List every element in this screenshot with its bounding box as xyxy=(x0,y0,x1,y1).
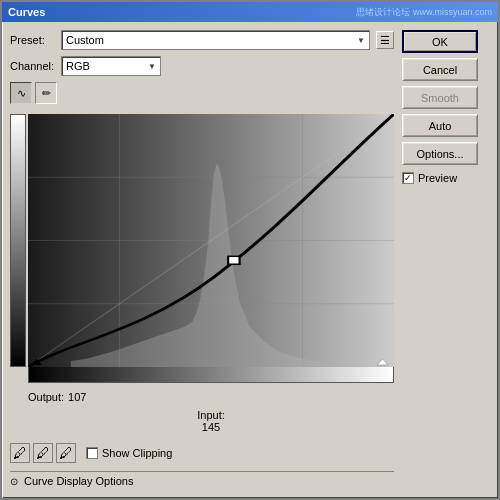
channel-select[interactable]: RGB ▼ xyxy=(61,56,161,76)
input-value: 145 xyxy=(28,421,394,433)
title-watermark: 思绪设计论坛 www.missyuan.com xyxy=(356,6,492,19)
cancel-button[interactable]: Cancel xyxy=(402,58,478,81)
window-title: Curves xyxy=(8,6,45,18)
options-button[interactable]: Options... xyxy=(402,142,478,165)
curves-dialog: Curves 思绪设计论坛 www.missyuan.com Preset: C… xyxy=(0,0,500,500)
output-value: 107 xyxy=(68,391,86,403)
white-eyedropper[interactable]: 🖊 xyxy=(56,443,76,463)
x-gradient-bar xyxy=(28,367,394,383)
smooth-button[interactable]: Smooth xyxy=(402,86,478,109)
gray-eyedropper[interactable]: 🖊 xyxy=(33,443,53,463)
bottom-controls: 🖊 🖊 🖊 Show Clipping xyxy=(10,443,394,463)
output-label: Output: xyxy=(28,391,64,403)
preset-label: Preset: xyxy=(10,34,55,46)
curve-display-label: Curve Display Options xyxy=(24,475,133,487)
right-panel: OK Cancel Smooth Auto Options... ✓ Previ… xyxy=(402,30,490,490)
preview-row: ✓ Preview xyxy=(402,172,490,184)
svg-rect-9 xyxy=(228,256,239,264)
pencil-tool-button[interactable]: ✏ xyxy=(35,82,57,104)
preview-label: Preview xyxy=(418,172,457,184)
channel-row: Channel: RGB ▼ xyxy=(10,56,394,76)
channel-arrow: ▼ xyxy=(148,62,156,71)
eyedropper-tools: 🖊 🖊 🖊 xyxy=(10,443,76,463)
preset-menu-button[interactable]: ☰ xyxy=(376,31,394,49)
expand-icon: ⊙ xyxy=(10,476,18,487)
preview-checkbox[interactable]: ✓ xyxy=(402,172,414,184)
title-bar: Curves 思绪设计论坛 www.missyuan.com xyxy=(2,2,498,22)
black-eyedropper[interactable]: 🖊 xyxy=(10,443,30,463)
show-clipping-label: Show Clipping xyxy=(102,447,172,459)
input-label: Input: xyxy=(28,409,394,421)
auto-button[interactable]: Auto xyxy=(402,114,478,137)
left-panel: Preset: Custom ▼ ☰ Channel: RGB ▼ ∿ ✏ xyxy=(10,30,394,490)
tools-row: ∿ ✏ xyxy=(10,82,394,104)
preset-arrow: ▼ xyxy=(357,36,365,45)
show-clipping-row: Show Clipping xyxy=(86,447,172,459)
input-area: Input: 145 xyxy=(28,409,394,433)
preset-value: Custom xyxy=(66,34,104,46)
preset-select[interactable]: Custom ▼ xyxy=(61,30,370,50)
channel-value: RGB xyxy=(66,60,90,72)
channel-label: Channel: xyxy=(10,60,55,72)
preset-row: Preset: Custom ▼ ☰ xyxy=(10,30,394,50)
y-gradient-bar xyxy=(10,114,26,367)
ok-button[interactable]: OK xyxy=(402,30,478,53)
curves-svg xyxy=(28,114,394,367)
curve-tool-button[interactable]: ∿ xyxy=(10,82,32,104)
show-clipping-checkbox[interactable] xyxy=(86,447,98,459)
curve-display-options-row[interactable]: ⊙ Curve Display Options xyxy=(10,471,394,490)
graph-canvas-area[interactable] xyxy=(28,114,394,367)
